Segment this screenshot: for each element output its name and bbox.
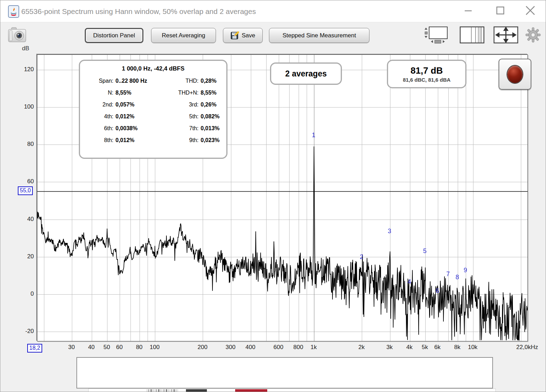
pan-arrows-icon [493,26,518,44]
java-app-icon [8,5,19,18]
info-label: 5th: [164,113,199,120]
stepped-sine-button[interactable]: Stepped Sine Measurement [269,28,369,43]
info-value: 8,55% [115,90,162,96]
x-tick-label: 22,0kHz [511,344,543,351]
info-value: 0,012% [115,113,162,120]
y-tick-label: 120 [18,66,34,73]
harmonic-label-1: 1 [310,132,317,139]
distortion-panel-label: Distortion Panel [93,32,135,39]
info-label: 6th: [83,125,113,132]
camera-icon [8,27,27,43]
info-label: 4th: [83,113,113,120]
averages-count-label: 2 averages [285,69,327,79]
settings-button[interactable] [525,27,541,43]
info-value: 0,057% [115,102,162,108]
record-button[interactable] [499,59,531,90]
close-button[interactable] [515,0,546,21]
frequency-cursor-readout[interactable]: 18,2 [27,344,42,353]
info-label: 8th: [83,137,113,143]
maximize-button[interactable] [485,0,516,21]
spl-value: 81,7 dB [411,66,443,75]
harmonic-label-2: 2 [358,253,365,261]
harmonic-label-4: 4 [406,278,413,286]
window-title: 65536-point Spectrum using Hann window, … [21,7,256,16]
distortion-info-panel: 1 000,0 Hz, -42,4 dBFS Span:0..22 800 Hz… [79,60,227,159]
harmonic-label-8: 8 [454,274,461,281]
reset-averaging-button[interactable]: Reset Averaging [151,28,216,43]
save-floppy-pencil-icon [231,31,239,40]
pan-button[interactable] [493,26,519,44]
x-tick-label: 100 [139,344,170,351]
reset-averaging-label: Reset Averaging [162,32,205,39]
info-value: 8,55% [201,90,231,96]
info-value: 0,013% [201,125,231,132]
info-value: 0,28% [201,78,231,84]
save-label: Save [242,32,255,39]
legend-panel [76,357,493,389]
level-cursor-readout[interactable]: 55,0 [18,186,33,195]
minimize-button[interactable] [452,0,484,21]
averages-badge: 2 averages [270,62,342,85]
record-icon [507,66,523,83]
x-tick-label: 10k [457,344,488,351]
info-value: 0..22 800 Hz [115,78,162,84]
x-tick-label: 1k [298,344,329,351]
save-button[interactable]: Save [223,28,263,43]
info-label: 9th: [164,137,199,143]
info-label: Span: [83,78,113,84]
measurement-title: 1 000,0 Hz, -42,4 dBFS [80,65,226,72]
axis-scale-button[interactable] [424,26,453,44]
x-tick-label: 400 [235,344,266,351]
cutoff-thumbnail-red [235,389,267,392]
harmonic-label-9: 9 [462,267,469,274]
info-label: THD+N: [164,90,199,96]
info-value: 0,0038% [115,125,162,132]
maximize-icon [496,6,505,15]
info-value: 0,082% [201,113,231,120]
x-tick-label: 2k [346,344,377,351]
minimize-icon [464,6,472,15]
stepped-sine-label: Stepped Sine Measurement [283,32,356,39]
title-bar: 65536-point Spectrum using Hann window, … [0,0,546,22]
log-grid-button[interactable] [459,26,485,44]
axis-scale-icon [424,26,452,44]
info-value: 0,26% [201,102,231,108]
y-tick-label: 60 [18,178,34,185]
harmonic-label-7: 7 [444,271,451,278]
y-tick-label: -20 [18,328,34,335]
info-value: 0,023% [201,137,231,143]
close-icon [525,5,536,16]
x-tick-label: 200 [187,344,218,351]
app-window: 65536-point Spectrum using Hann window, … [0,0,546,392]
info-label: N: [83,90,113,96]
info-label: 2nd: [83,102,113,108]
y-axis-unit-label: dB [22,45,29,52]
harmonic-label-3: 3 [386,228,393,235]
level-badge: 81,7 dB 81,6 dBC, 81,6 dBA [387,60,466,88]
info-value: 0,012% [115,137,162,143]
distortion-panel-button[interactable]: Distortion Panel [85,28,143,43]
log-grid-icon [459,26,485,44]
gear-icon [525,27,541,43]
y-tick-label: 0 [18,290,34,297]
cutoff-thumbnail-dark [186,389,207,392]
y-tick-label: 80 [18,141,34,148]
harmonic-label-6: 6 [434,287,441,295]
y-tick-label: 100 [18,103,34,110]
info-label: 7th: [164,125,199,132]
spl-weighted-values: 81,6 dBC, 81,6 dBA [403,77,451,83]
screenshot-camera-button[interactable] [7,26,28,44]
y-tick-label: 20 [18,253,34,260]
y-tick-label: 40 [18,216,34,223]
info-label: 3rd: [164,102,199,108]
info-label: THD: [164,78,199,84]
harmonic-label-5: 5 [421,247,428,255]
cutoff-thumbnail-waveform [146,389,178,392]
